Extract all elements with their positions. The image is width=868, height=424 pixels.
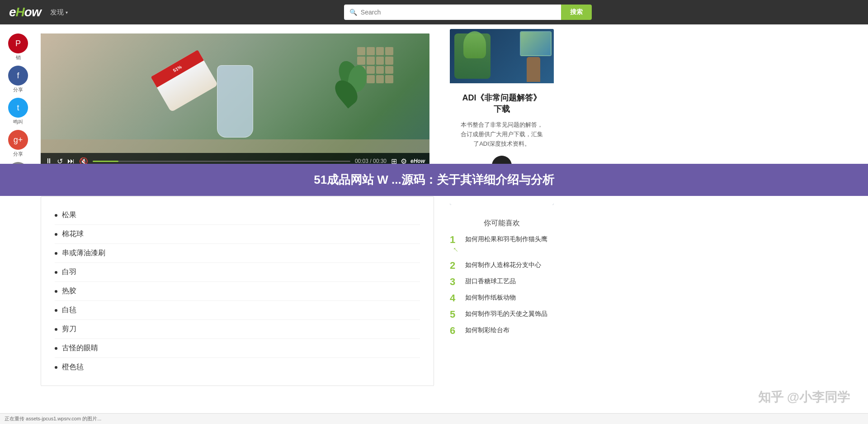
list-item: 白毡 [55,301,420,320]
status-bar: 正在重传 assets-jpcus1.wpsrv.com 的图片... [0,413,868,424]
rec-text[interactable]: 如何制作纸板动物 [465,293,516,302]
bullet-icon [55,309,57,312]
list-item: 热胶 [55,282,420,301]
pinterest-button[interactable]: P [8,33,28,53]
rec-item-3: 3 甜口香糖球工艺品 [450,277,554,287]
pinterest-label: 销 [16,54,21,61]
video-scene: 51% [41,33,429,169]
video-progress-fill [93,161,118,162]
video-player[interactable]: 51% [41,33,429,169]
item-text: 白羽 [62,267,76,277]
bullet-icon [55,328,57,331]
site-logo: eHow [9,5,41,19]
social-sidebar: P 销 f 分享 t 鸣叫 g+ 分享 ✉ 电子邮件 [0,24,36,395]
rec-text[interactable]: 甜口香糖球工艺品 [465,277,516,286]
list-item: 古怪的眼睛 [55,339,420,358]
list-item: 白羽 [55,263,420,282]
rec-text[interactable]: 如何制作羽毛的天使之翼饰品 [465,310,547,319]
bullet-icon [55,290,57,293]
bullet-icon [55,347,57,350]
google-share[interactable]: g+ 分享 [8,130,28,157]
rec-number: 1 [450,235,461,245]
search-input[interactable] [361,9,556,16]
facebook-button[interactable]: f [8,66,28,86]
video-progress-bar[interactable] [93,161,350,162]
status-text: 正在重传 assets-jpcus1.wpsrv.com 的图片... [5,415,101,422]
item-text: 串或薄油漆刷 [62,248,105,258]
overlay-banner-text: 51成品网站 W ...源码：关于其详细介绍与分析 [314,172,554,188]
watermark-text: 知乎 @小李同学 [758,390,850,404]
discover-menu[interactable]: 发现 ▾ [50,8,68,17]
video-time: 00:03 / 00:30 [355,158,387,164]
video-display: 51% [41,33,429,169]
rec-text[interactable]: 如何制作人造棉花分支中心 [465,261,541,270]
search-wrapper: 🔍 [344,5,561,20]
items-list: 松果 棉花球 串或薄油漆刷 白羽 [41,196,434,386]
item-text: 古怪的眼睛 [62,343,98,353]
bullet-icon [55,252,57,255]
item-text: 剪刀 [62,324,76,334]
list-item: 剪刀 [55,320,420,339]
search-button[interactable]: 搜索 [561,5,592,20]
google-label: 分享 [13,151,23,157]
rec-num-col: 1 ↑ [450,235,461,254]
ehow-watermark: eHow [410,158,425,164]
rec-text[interactable]: 如何用松果和羽毛制作猫头鹰 [465,235,547,244]
overlay-banner: 51成品网站 W ...源码：关于其详细介绍与分析 [0,164,868,196]
rec-number: 6 [450,326,461,336]
facebook-share[interactable]: f 分享 [8,66,28,93]
pinterest-share[interactable]: P 销 [8,33,28,61]
adi-description: 本书整合了非常见问题的解答，合订成册供广大用户下载，汇集了ADI深度技术资料。 [459,120,545,148]
rec-text[interactable]: 如何制彩绘台布 [465,326,509,335]
item-text: 橙色毡 [62,362,84,372]
list-item: 橙色毡 [55,358,420,376]
list-item: 棉花球 [55,225,420,244]
bullet-icon [55,271,57,274]
rec-number: 4 [450,293,461,303]
you-might-like-title: 你可能喜欢 [450,219,554,228]
main-content: P 销 f 分享 t 鸣叫 g+ 分享 ✉ 电子邮件 [0,24,868,395]
right-sidebar: ADI《非常问题解答》下载 本书整合了非常见问题的解答，合订成册供广大用户下载，… [443,24,561,395]
glass-bottle [217,65,253,138]
rec-number: 5 [450,310,461,319]
rec-arrow-icon: ↑ [450,245,460,254]
item-text: 白毡 [62,305,76,315]
items-section: 您需要的东西 松果 棉花球 串或薄油漆刷 [41,169,434,395]
bullet-icon [55,233,57,236]
facebook-label: 分享 [13,86,23,93]
items-ul: 松果 棉花球 串或薄油漆刷 白羽 [55,206,420,376]
rec-item-1: 1 ↑ 如何用松果和羽毛制作猫头鹰 [450,235,554,254]
item-text: 热胶 [62,286,76,296]
you-might-like-section: 你可能喜欢 1 ↑ 如何用松果和羽毛制作猫头鹰 2 如何制作人造棉花分支中心 3… [450,214,554,347]
twitter-label: 鸣叫 [13,119,23,125]
twitter-button[interactable]: t [8,98,28,118]
rec-item-6: 6 如何制彩绘台布 [450,326,554,336]
rec-item-2: 2 如何制作人造棉花分支中心 [450,261,554,271]
adi-card-image [450,29,554,83]
plant-decoration [335,61,371,115]
rec-item-5: 5 如何制作羽毛的天使之翼饰品 [450,310,554,319]
item-text: 松果 [62,210,76,220]
rec-item-4: 4 如何制作纸板动物 [450,293,554,303]
twitter-share[interactable]: t 鸣叫 [8,98,28,125]
bullet-icon [55,214,57,217]
item-text: 棉花球 [62,229,84,239]
discover-label: 发现 [50,8,64,17]
rec-number: 3 [450,277,461,287]
bullet-icon [55,366,57,369]
search-container: 🔍 搜索 [77,5,859,20]
search-icon: 🔍 [349,9,357,16]
main-header: eHow 发现 ▾ 🔍 搜索 [0,0,868,24]
google-button[interactable]: g+ [8,130,28,150]
pour-bottle: 51% [151,50,218,112]
watermark: 知乎 @小李同学 [758,389,850,406]
article-content: 51% [36,24,443,395]
chevron-down-icon: ▾ [66,10,68,15]
adi-title: ADI《非常问题解答》下载 [459,92,545,115]
list-item: 松果 [55,206,420,225]
list-item: 串或薄油漆刷 [55,244,420,263]
rec-number: 2 [450,261,461,271]
